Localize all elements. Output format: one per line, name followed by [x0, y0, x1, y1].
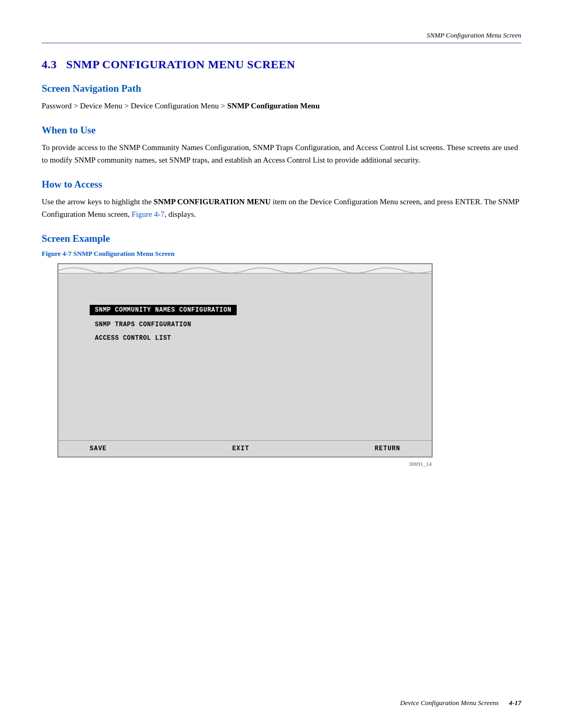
figure-number-label: 30691_14 [42, 460, 434, 467]
section-heading: 4.3 SNMP CONFIGURATION MENU SCREEN [42, 58, 521, 71]
nav-path-before: Password > Device Menu > Device Configur… [42, 102, 227, 110]
how-to-access-section: How to Access Use the arrow keys to high… [42, 179, 521, 220]
section-title: SNMP CONFIGURATION MENU SCREEN [66, 58, 295, 71]
screen-example-section: Screen Example Figure 4-7 SNMP Configura… [42, 233, 521, 467]
footer-key-save: SAVE [90, 445, 107, 452]
screen-box: SNMP COMMUNITY NAMES CONFIGURATION SNMP … [57, 263, 433, 458]
header-title: SNMP Configuration Menu Screen [426, 31, 521, 40]
page-footer-left: Device Configuration Menu Screens [400, 699, 499, 707]
nav-path-section: Screen Navigation Path Password > Device… [42, 83, 521, 112]
screen-inner: SNMP COMMUNITY NAMES CONFIGURATION SNMP … [58, 274, 432, 440]
figure-caption: Figure 4-7 SNMP Configuration Menu Scree… [42, 250, 521, 258]
how-to-access-body: Use the arrow keys to highlight the SNMP… [42, 195, 521, 220]
how-to-access-end: , displays. [164, 210, 195, 218]
figure-link[interactable]: Figure 4-7 [131, 210, 164, 218]
screen-menu-area: SNMP COMMUNITY NAMES CONFIGURATION SNMP … [90, 294, 400, 343]
menu-item-highlighted: SNMP COMMUNITY NAMES CONFIGURATION [90, 305, 237, 315]
nav-path-heading: Screen Navigation Path [42, 83, 521, 94]
footer-key-return: RETURN [375, 445, 400, 452]
when-to-use-body: To provide access to the SNMP Community … [42, 141, 521, 166]
section-number: 4.3 [42, 58, 57, 71]
page-footer: Device Configuration Menu Screens 4-17 [400, 699, 521, 707]
screen-wrapper: SNMP COMMUNITY NAMES CONFIGURATION SNMP … [42, 263, 521, 458]
how-to-access-heading: How to Access [42, 179, 521, 190]
page-header: SNMP Configuration Menu Screen [42, 31, 521, 43]
nav-path-bold: SNMP Configuration Menu [227, 102, 320, 110]
footer-key-exit: EXIT [232, 445, 249, 452]
wavy-decoration-svg [58, 264, 432, 274]
menu-item-2: ACCESS CONTROL LIST [90, 333, 400, 343]
how-to-access-before: Use the arrow keys to highlight the [42, 198, 154, 206]
page-container: SNMP Configuration Menu Screen 4.3 SNMP … [0, 0, 563, 728]
when-to-use-section: When to Use To provide access to the SNM… [42, 125, 521, 166]
page-footer-number: 4-17 [509, 699, 521, 707]
when-to-use-heading: When to Use [42, 125, 521, 136]
menu-item-1: SNMP TRAPS CONFIGURATION [90, 319, 400, 330]
nav-path-text: Password > Device Menu > Device Configur… [42, 100, 521, 112]
screen-top-decoration [58, 264, 432, 274]
screen-example-heading: Screen Example [42, 233, 521, 244]
screen-footer: SAVE EXIT RETURN [58, 440, 432, 456]
menu-item-0: SNMP COMMUNITY NAMES CONFIGURATION [90, 305, 400, 319]
how-to-access-bold: SNMP CONFIGURATION MENU [154, 198, 271, 206]
